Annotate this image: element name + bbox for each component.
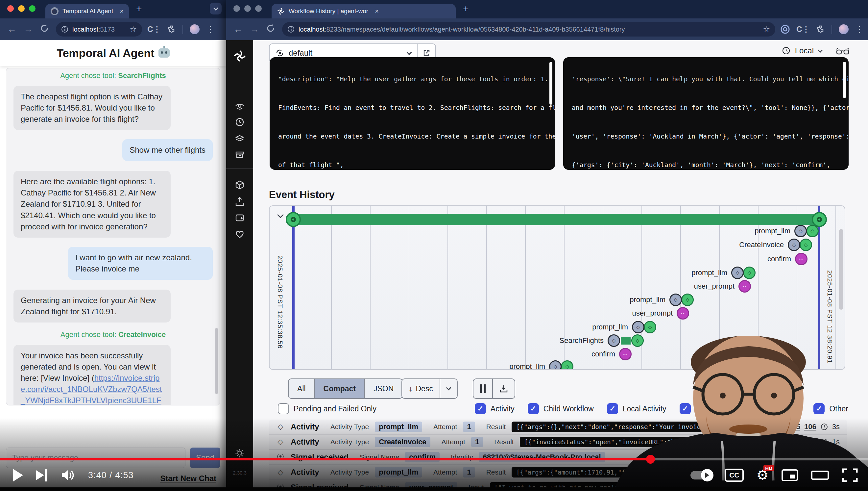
close-tab-icon[interactable]: × (375, 7, 379, 15)
minimize-window-button[interactable] (18, 5, 25, 12)
schedules-icon[interactable] (235, 117, 245, 129)
timeline-event[interactable]: prompt_llm◇◇ (592, 321, 656, 334)
browser-tab[interactable]: Workflow History | agent-wor × (272, 4, 456, 19)
workflows-icon[interactable] (235, 101, 245, 113)
arrow-down-icon: ↓ (409, 384, 413, 393)
filter-child-workflow[interactable]: ✓Child Workflow (528, 403, 594, 414)
download-history-button[interactable] (493, 379, 515, 398)
reload-icon[interactable] (40, 24, 49, 35)
address-bar[interactable]: localhost:5173 ☆ (56, 22, 142, 36)
site-info-icon[interactable] (287, 26, 294, 33)
bookmark-star-icon[interactable]: ☆ (125, 25, 137, 34)
download-icon (499, 384, 508, 393)
bookmark-star-icon[interactable]: ☆ (758, 25, 770, 34)
close-window-button[interactable] (7, 5, 14, 12)
close-tab-icon[interactable]: × (120, 7, 124, 15)
start-new-chat-link[interactable]: Start New Chat (160, 474, 216, 483)
timezone-select[interactable]: Local (782, 46, 822, 55)
video-frame: ⬤ Temporal AI Agent × + ← → localhost:51… (0, 0, 868, 491)
timeline-scrollbar[interactable] (839, 229, 843, 310)
namespace-icon (276, 49, 284, 57)
timeline-event[interactable]: prompt_llm◇◇ (754, 225, 819, 237)
extension-c-icon[interactable]: C⋮ (796, 25, 810, 34)
input-payload-code[interactable]: "description": "Help the user gather arg… (270, 57, 555, 170)
extensions-puzzle-icon[interactable] (816, 25, 825, 34)
extension-c-icon[interactable]: C⋮ (147, 25, 161, 34)
timeline-start-timestamp: 2025-01-08 PST 12:35:38.56 (276, 255, 284, 349)
onepassword-icon[interactable] (780, 25, 790, 34)
theme-toggle-icon[interactable] (235, 448, 245, 459)
activity-diamond-icon: ◇ (276, 438, 285, 446)
extensions-puzzle-icon[interactable] (167, 25, 176, 34)
timeline-event[interactable]: prompt_llm◇◇ (691, 266, 755, 279)
profile-avatar[interactable] (190, 24, 199, 34)
code-scrollbar[interactable] (843, 62, 846, 98)
user-message: Show me other flights (122, 139, 213, 161)
minimize-window-button[interactable] (244, 5, 251, 12)
user-message: I want to go with air new zealand. Pleas… (68, 247, 213, 280)
timeline-event[interactable]: confirm•• (767, 253, 807, 265)
url-rest: :8233/namespaces/default/workflows/agent… (324, 26, 625, 33)
workflow-start-node[interactable] (286, 212, 301, 227)
site-info-icon[interactable] (61, 26, 68, 33)
workflow-execution-bar[interactable] (293, 214, 819, 225)
right-tabstrip: Workflow History | agent-wor × + (226, 0, 868, 19)
labs-icon[interactable] (235, 212, 245, 225)
message-input[interactable] (6, 447, 185, 468)
clock-icon (782, 47, 790, 55)
signal-icon (276, 453, 285, 461)
agent-message: Generating an invoice for your Air New Z… (13, 290, 170, 322)
timeline-event[interactable]: prompt_llm◇◇ (509, 360, 574, 370)
archival-icon[interactable] (235, 149, 245, 161)
pending-failed-filter[interactable]: Pending and Failed Only (278, 403, 376, 414)
code-scrollbar[interactable] (549, 62, 552, 105)
zoom-window-button[interactable] (29, 5, 35, 12)
sort-control: ↓Desc (401, 378, 458, 399)
zoom-window-button[interactable] (255, 5, 262, 12)
tab-overview-button[interactable] (210, 3, 222, 15)
chat-scrollbar[interactable] (215, 328, 218, 394)
activity-diamond-icon: ◇ (276, 468, 285, 476)
forward-icon[interactable]: → (24, 24, 33, 34)
toolbar-divider (832, 25, 832, 34)
menu-kebab-icon[interactable]: ⋮ (855, 24, 864, 34)
sort-dropdown-button[interactable] (440, 379, 457, 398)
view-all-option[interactable]: All (289, 379, 315, 398)
browser-tab[interactable]: ⬤ Temporal AI Agent × (45, 4, 129, 19)
sort-desc-button[interactable]: ↓Desc (402, 379, 440, 398)
temporal-logo-icon[interactable] (233, 49, 246, 64)
checkbox-unchecked[interactable] (278, 403, 289, 414)
temporal-favicon-icon (277, 7, 285, 15)
send-button[interactable]: Send (190, 447, 220, 468)
new-tab-button[interactable]: + (136, 3, 142, 15)
timeline-event[interactable]: user_prompt•• (694, 280, 751, 293)
close-window-button[interactable] (234, 5, 240, 12)
nexus-icon[interactable] (235, 180, 245, 192)
import-icon[interactable] (235, 196, 245, 208)
deployments-icon[interactable] (235, 133, 245, 145)
filter-activity[interactable]: ✓Activity (475, 403, 515, 414)
timeline-event[interactable]: user_prompt•• (632, 307, 689, 320)
view-compact-option[interactable]: Compact (315, 379, 365, 398)
feedback-heart-icon[interactable] (235, 229, 245, 241)
forward-icon[interactable]: → (250, 24, 259, 34)
left-tabstrip: ⬤ Temporal AI Agent × + (0, 0, 226, 19)
robot-emoji (158, 48, 169, 58)
sidebar-divider (226, 169, 253, 169)
chat-app-page: Temporal AI Agent Agent chose tool: Sear… (0, 40, 226, 491)
result-payload-code[interactable]: 'response': \"Sure! I can help you with … (563, 57, 848, 170)
new-tab-button[interactable]: + (463, 3, 469, 15)
timeline-event[interactable]: CreateInvoice◇◇ (739, 239, 812, 251)
address-bar[interactable]: localhost:8233/namespaces/default/workfl… (282, 22, 775, 36)
tab-title: Temporal AI Agent (62, 7, 113, 15)
glasses-icon[interactable] (836, 48, 849, 59)
menu-kebab-icon[interactable]: ⋮ (206, 24, 215, 34)
back-icon[interactable]: ← (7, 24, 17, 34)
timeline-event[interactable]: prompt_llm◇◇ (630, 293, 694, 306)
view-json-option[interactable]: JSON (365, 379, 402, 398)
chat-history-panel[interactable]: Agent chose tool: SearchFlights The chea… (6, 68, 220, 405)
reload-icon[interactable] (266, 24, 275, 35)
pause-button[interactable] (473, 379, 493, 398)
profile-avatar[interactable] (839, 24, 848, 34)
back-icon[interactable]: ← (234, 24, 243, 34)
